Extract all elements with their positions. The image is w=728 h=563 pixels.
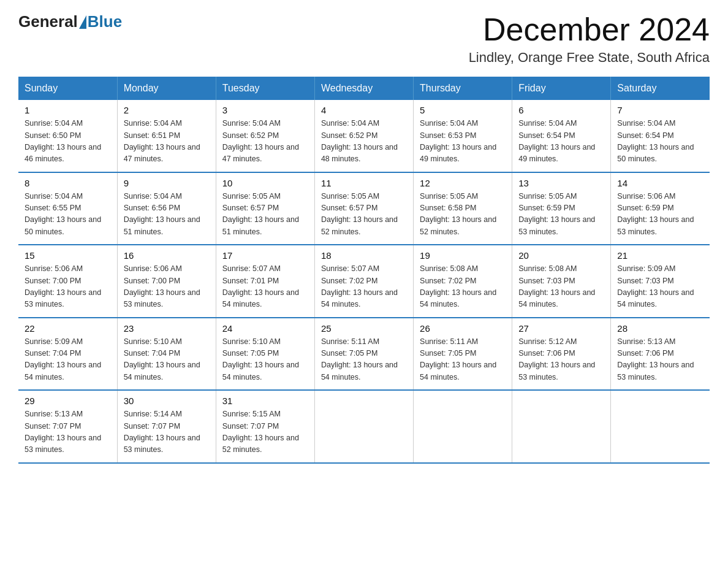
day-number: 27 (518, 323, 604, 334)
day-info: Sunrise: 5:05 AMSunset: 6:57 PMDaylight:… (222, 191, 308, 239)
weekday-header-monday: Monday (117, 77, 216, 100)
weekday-header-sunday: Sunday (18, 77, 117, 100)
day-info: Sunrise: 5:04 AMSunset: 6:50 PMDaylight:… (25, 118, 111, 166)
calendar-cell: 20Sunrise: 5:08 AMSunset: 7:03 PMDayligh… (512, 245, 611, 318)
day-number: 24 (222, 323, 308, 334)
calendar-cell (414, 390, 512, 463)
day-number: 1 (25, 105, 111, 115)
day-info: Sunrise: 5:11 AMSunset: 7:05 PMDaylight:… (420, 336, 506, 384)
day-number: 12 (420, 178, 506, 188)
day-info: Sunrise: 5:05 AMSunset: 6:59 PMDaylight:… (518, 191, 604, 239)
day-info: Sunrise: 5:14 AMSunset: 7:07 PMDaylight:… (124, 408, 210, 456)
day-number: 22 (25, 323, 111, 334)
weekday-header-row: SundayMondayTuesdayWednesdayThursdayFrid… (18, 77, 710, 100)
weekday-header-friday: Friday (512, 77, 611, 100)
day-info: Sunrise: 5:04 AMSunset: 6:54 PMDaylight:… (518, 118, 604, 166)
calendar-cell: 3Sunrise: 5:04 AMSunset: 6:52 PMDaylight… (216, 100, 314, 172)
day-number: 8 (25, 178, 111, 188)
calendar-cell: 21Sunrise: 5:09 AMSunset: 7:03 PMDayligh… (611, 245, 710, 318)
calendar-week-row: 22Sunrise: 5:09 AMSunset: 7:04 PMDayligh… (18, 318, 710, 391)
calendar-table: SundayMondayTuesdayWednesdayThursdayFrid… (18, 77, 710, 464)
day-number: 6 (518, 105, 604, 115)
day-info: Sunrise: 5:15 AMSunset: 7:07 PMDaylight:… (222, 408, 308, 456)
calendar-cell: 4Sunrise: 5:04 AMSunset: 6:52 PMDaylight… (314, 100, 413, 172)
day-number: 28 (617, 323, 703, 334)
day-info: Sunrise: 5:13 AMSunset: 7:06 PMDaylight:… (617, 336, 703, 384)
day-number: 2 (124, 105, 210, 115)
day-info: Sunrise: 5:04 AMSunset: 6:53 PMDaylight:… (420, 118, 506, 166)
day-number: 19 (420, 250, 506, 261)
day-info: Sunrise: 5:11 AMSunset: 7:05 PMDaylight:… (321, 336, 407, 384)
day-number: 16 (124, 250, 210, 261)
calendar-cell: 2Sunrise: 5:04 AMSunset: 6:51 PMDaylight… (117, 100, 216, 172)
logo-general-text: General (18, 12, 78, 31)
calendar-cell: 23Sunrise: 5:10 AMSunset: 7:04 PMDayligh… (117, 318, 216, 391)
calendar-cell: 24Sunrise: 5:10 AMSunset: 7:05 PMDayligh… (216, 318, 314, 391)
calendar-cell: 17Sunrise: 5:07 AMSunset: 7:01 PMDayligh… (216, 245, 314, 318)
calendar-cell: 13Sunrise: 5:05 AMSunset: 6:59 PMDayligh… (512, 172, 611, 245)
day-number: 15 (25, 250, 111, 261)
location-subtitle: Lindley, Orange Free State, South Africa (469, 50, 710, 66)
calendar-cell: 19Sunrise: 5:08 AMSunset: 7:02 PMDayligh… (414, 245, 512, 318)
day-number: 17 (222, 250, 308, 261)
day-info: Sunrise: 5:08 AMSunset: 7:03 PMDaylight:… (518, 263, 604, 311)
day-info: Sunrise: 5:09 AMSunset: 7:04 PMDaylight:… (25, 336, 111, 384)
day-info: Sunrise: 5:04 AMSunset: 6:52 PMDaylight:… (222, 118, 308, 166)
day-info: Sunrise: 5:06 AMSunset: 6:59 PMDaylight:… (617, 191, 703, 239)
day-info: Sunrise: 5:04 AMSunset: 6:52 PMDaylight:… (321, 118, 407, 166)
day-number: 7 (617, 105, 703, 115)
calendar-cell: 22Sunrise: 5:09 AMSunset: 7:04 PMDayligh… (18, 318, 117, 391)
calendar-cell: 12Sunrise: 5:05 AMSunset: 6:58 PMDayligh… (414, 172, 512, 245)
calendar-week-row: 29Sunrise: 5:13 AMSunset: 7:07 PMDayligh… (18, 390, 710, 463)
day-number: 18 (321, 250, 407, 261)
logo-blue-text: Blue (88, 12, 122, 31)
weekday-header-wednesday: Wednesday (314, 77, 413, 100)
calendar-cell: 28Sunrise: 5:13 AMSunset: 7:06 PMDayligh… (611, 318, 710, 391)
day-info: Sunrise: 5:05 AMSunset: 6:57 PMDaylight:… (321, 191, 407, 239)
day-number: 30 (124, 396, 210, 406)
calendar-week-row: 15Sunrise: 5:06 AMSunset: 7:00 PMDayligh… (18, 245, 710, 318)
logo-triangle-icon (79, 15, 86, 29)
weekday-header-saturday: Saturday (611, 77, 710, 100)
day-number: 11 (321, 178, 407, 188)
day-number: 20 (518, 250, 604, 261)
day-info: Sunrise: 5:08 AMSunset: 7:02 PMDaylight:… (420, 263, 506, 311)
day-info: Sunrise: 5:10 AMSunset: 7:04 PMDaylight:… (124, 336, 210, 384)
day-info: Sunrise: 5:04 AMSunset: 6:54 PMDaylight:… (617, 118, 703, 166)
day-info: Sunrise: 5:06 AMSunset: 7:00 PMDaylight:… (25, 263, 111, 311)
day-number: 3 (222, 105, 308, 115)
calendar-cell (512, 390, 611, 463)
calendar-week-row: 8Sunrise: 5:04 AMSunset: 6:55 PMDaylight… (18, 172, 710, 245)
day-info: Sunrise: 5:05 AMSunset: 6:58 PMDaylight:… (420, 191, 506, 239)
day-number: 10 (222, 178, 308, 188)
day-info: Sunrise: 5:04 AMSunset: 6:56 PMDaylight:… (124, 191, 210, 239)
calendar-cell: 14Sunrise: 5:06 AMSunset: 6:59 PMDayligh… (611, 172, 710, 245)
weekday-header-tuesday: Tuesday (216, 77, 314, 100)
page-header: General Blue December 2024 Lindley, Oran… (18, 12, 710, 66)
calendar-cell: 5Sunrise: 5:04 AMSunset: 6:53 PMDaylight… (414, 100, 512, 172)
day-number: 5 (420, 105, 506, 115)
calendar-cell: 10Sunrise: 5:05 AMSunset: 6:57 PMDayligh… (216, 172, 314, 245)
calendar-cell: 6Sunrise: 5:04 AMSunset: 6:54 PMDaylight… (512, 100, 611, 172)
calendar-cell: 31Sunrise: 5:15 AMSunset: 7:07 PMDayligh… (216, 390, 314, 463)
calendar-cell: 11Sunrise: 5:05 AMSunset: 6:57 PMDayligh… (314, 172, 413, 245)
day-info: Sunrise: 5:13 AMSunset: 7:07 PMDaylight:… (25, 408, 111, 456)
day-info: Sunrise: 5:04 AMSunset: 6:51 PMDaylight:… (124, 118, 210, 166)
day-info: Sunrise: 5:07 AMSunset: 7:01 PMDaylight:… (222, 263, 308, 311)
month-title: December 2024 (469, 12, 710, 47)
calendar-cell: 1Sunrise: 5:04 AMSunset: 6:50 PMDaylight… (18, 100, 117, 172)
day-info: Sunrise: 5:04 AMSunset: 6:55 PMDaylight:… (25, 191, 111, 239)
day-number: 29 (25, 396, 111, 406)
calendar-cell: 30Sunrise: 5:14 AMSunset: 7:07 PMDayligh… (117, 390, 216, 463)
day-number: 4 (321, 105, 407, 115)
calendar-cell: 27Sunrise: 5:12 AMSunset: 7:06 PMDayligh… (512, 318, 611, 391)
day-number: 26 (420, 323, 506, 334)
logo: General Blue (18, 12, 122, 31)
calendar-week-row: 1Sunrise: 5:04 AMSunset: 6:50 PMDaylight… (18, 100, 710, 172)
calendar-cell (611, 390, 710, 463)
day-info: Sunrise: 5:07 AMSunset: 7:02 PMDaylight:… (321, 263, 407, 311)
day-number: 31 (222, 396, 308, 406)
day-info: Sunrise: 5:09 AMSunset: 7:03 PMDaylight:… (617, 263, 703, 311)
title-area: December 2024 Lindley, Orange Free State… (469, 12, 710, 66)
calendar-cell: 7Sunrise: 5:04 AMSunset: 6:54 PMDaylight… (611, 100, 710, 172)
